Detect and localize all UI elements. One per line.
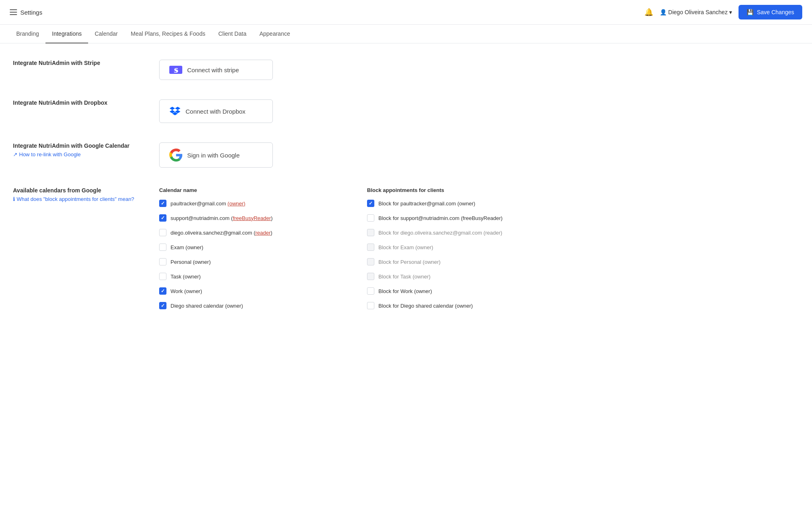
info-icon: ℹ (13, 196, 15, 202)
calendar-name: Exam (owner) (171, 244, 203, 250)
block-info-text: What does "block appointments for client… (17, 196, 134, 202)
google-icon (169, 149, 182, 162)
dropbox-content: Connect with Dropbox (159, 99, 555, 123)
block-checkbox-support[interactable] (367, 214, 374, 222)
google-calendar-label: Integrate NutriAdmin with Google Calenda… (13, 142, 143, 157)
calendars-section: Available calendars from Google ℹ What d… (13, 187, 555, 317)
block-name: Block for support@nutriadmin.com (freeBu… (378, 215, 503, 221)
block-checkbox-work[interactable] (367, 287, 374, 295)
user-dropdown[interactable]: 👤 Diego Oliveira Sanchez ▾ (660, 9, 732, 15)
calendars-content: Calendar name paultracker@gmail.com (own… (159, 187, 555, 317)
calendar-col-header: Calendar name (159, 187, 348, 193)
list-item: Block for Exam (owner) (367, 244, 555, 251)
calendar-name: diego.oliveira.sanchez@gmail.com (reader… (171, 230, 272, 236)
calendar-name: Work (owner) (171, 288, 202, 294)
list-item: diego.oliveira.sanchez@gmail.com (reader… (159, 229, 348, 236)
menu-icon[interactable] (10, 9, 17, 15)
list-item: Block for support@nutriadmin.com (freeBu… (367, 214, 555, 222)
user-name: Diego Oliveira Sanchez (668, 9, 728, 15)
page-title: Settings (20, 9, 42, 16)
list-item: Task (owner) (159, 273, 348, 280)
block-name: Block for Exam (owner) (378, 244, 433, 250)
block-name: Block for Personal (owner) (378, 259, 441, 265)
list-item: Work (owner) (159, 287, 348, 295)
connect-dropbox-label: Connect with Dropbox (186, 108, 246, 115)
block-checkbox-personal (367, 258, 374, 265)
list-item: Personal (owner) (159, 258, 348, 265)
block-name: Block for Work (owner) (378, 288, 432, 294)
floppy-icon: 💾 (747, 9, 754, 15)
tab-calendar[interactable]: Calendar (88, 25, 124, 43)
topbar-right: 🔔 👤 Diego Oliveira Sanchez ▾ 💾 Save Chan… (644, 5, 802, 19)
tab-appearance[interactable]: Appearance (253, 25, 297, 43)
list-item: paultracker@gmail.com (owner) (159, 200, 348, 207)
stripe-icon (169, 66, 182, 74)
chevron-down-icon: ▾ (729, 9, 732, 15)
calendar-role: (owner) (227, 201, 245, 207)
calendar-checkbox-exam[interactable] (159, 244, 166, 251)
calendar-name: Diego shared calendar (owner) (171, 303, 243, 309)
block-checkbox-diego (367, 229, 374, 236)
calendar-checkbox-support[interactable] (159, 214, 166, 222)
nav-tabs: Branding Integrations Calendar Meal Plan… (0, 25, 812, 43)
dropbox-icon (169, 106, 181, 117)
tab-client-data[interactable]: Client Data (212, 25, 253, 43)
list-item: Diego shared calendar (owner) (159, 302, 348, 309)
block-name: Block for Diego shared calendar (owner) (378, 303, 473, 309)
user-icon: 👤 (660, 9, 667, 15)
calendar-checkbox-work[interactable] (159, 287, 166, 295)
block-info-link[interactable]: ℹ What does "block appointments for clie… (13, 196, 143, 202)
sign-in-google-button[interactable]: Sign in with Google (159, 142, 273, 168)
block-checkbox-diego-shared[interactable] (367, 302, 374, 309)
topbar: Settings 🔔 👤 Diego Oliveira Sanchez ▾ 💾 … (0, 0, 812, 25)
sign-in-google-label: Sign in with Google (187, 152, 240, 159)
dropbox-label: Integrate NutriAdmin with Dropbox (13, 99, 143, 108)
calendar-checkbox-diego[interactable] (159, 229, 166, 236)
list-item: Block for Personal (owner) (367, 258, 555, 265)
stripe-title: Integrate NutriAdmin with Stripe (13, 60, 143, 66)
save-label: Save Changes (757, 9, 794, 15)
block-checkbox-paultracker[interactable] (367, 200, 374, 207)
block-appointments-col: Block appointments for clients Block for… (367, 187, 555, 317)
calendar-name: Task (owner) (171, 274, 201, 280)
tab-integrations[interactable]: Integrations (45, 25, 88, 43)
list-item: support@nutriadmin.com (freeBusyReader) (159, 214, 348, 222)
main-content: Integrate NutriAdmin with Stripe Connect… (0, 43, 568, 352)
relink-google-link[interactable]: ↗ How to re-link with Google (13, 151, 143, 157)
stripe-label: Integrate NutriAdmin with Stripe (13, 60, 143, 69)
list-item: Block for Diego shared calendar (owner) (367, 302, 555, 309)
block-col-header: Block appointments for clients (367, 187, 555, 193)
list-item: Exam (owner) (159, 244, 348, 251)
bell-icon[interactable]: 🔔 (644, 8, 653, 17)
calendar-checkbox-task[interactable] (159, 273, 166, 280)
save-button[interactable]: 💾 Save Changes (739, 5, 802, 19)
calendar-checkbox-paultracker[interactable] (159, 200, 166, 207)
dropbox-section: Integrate NutriAdmin with Dropbox Connec… (13, 99, 555, 123)
calendar-checkbox-diego-shared[interactable] (159, 302, 166, 309)
block-checkbox-exam (367, 244, 374, 251)
topbar-left: Settings (10, 9, 42, 16)
list-item: Block for diego.oliveira.sanchez@gmail.c… (367, 229, 555, 236)
calendar-name: paultracker@gmail.com (owner) (171, 201, 245, 207)
calendar-role: freeBusyReader (233, 215, 271, 221)
connect-stripe-label: Connect with stripe (187, 67, 239, 73)
calendar-checkbox-personal[interactable] (159, 258, 166, 265)
block-name: Block for Task (owner) (378, 274, 430, 280)
connect-dropbox-button[interactable]: Connect with Dropbox (159, 99, 273, 123)
external-link-icon: ↗ (13, 151, 17, 157)
tab-branding[interactable]: Branding (10, 25, 45, 43)
calendar-role: reader (255, 230, 271, 236)
list-item: Block for paultracker@gmail.com (owner) (367, 200, 555, 207)
block-name: Block for diego.oliveira.sanchez@gmail.c… (378, 230, 502, 236)
stripe-section: Integrate NutriAdmin with Stripe Connect… (13, 60, 555, 80)
block-checkbox-task (367, 273, 374, 280)
block-name: Block for paultracker@gmail.com (owner) (378, 201, 475, 207)
calendars-label: Available calendars from Google ℹ What d… (13, 187, 143, 202)
connect-stripe-button[interactable]: Connect with stripe (159, 60, 273, 80)
calendar-name-col: Calendar name paultracker@gmail.com (own… (159, 187, 348, 317)
google-calendar-content: Sign in with Google (159, 142, 555, 168)
list-item: Block for Work (owner) (367, 287, 555, 295)
tab-meal-plans[interactable]: Meal Plans, Recipes & Foods (124, 25, 212, 43)
google-calendar-section: Integrate NutriAdmin with Google Calenda… (13, 142, 555, 168)
google-calendar-title: Integrate NutriAdmin with Google Calenda… (13, 142, 143, 149)
